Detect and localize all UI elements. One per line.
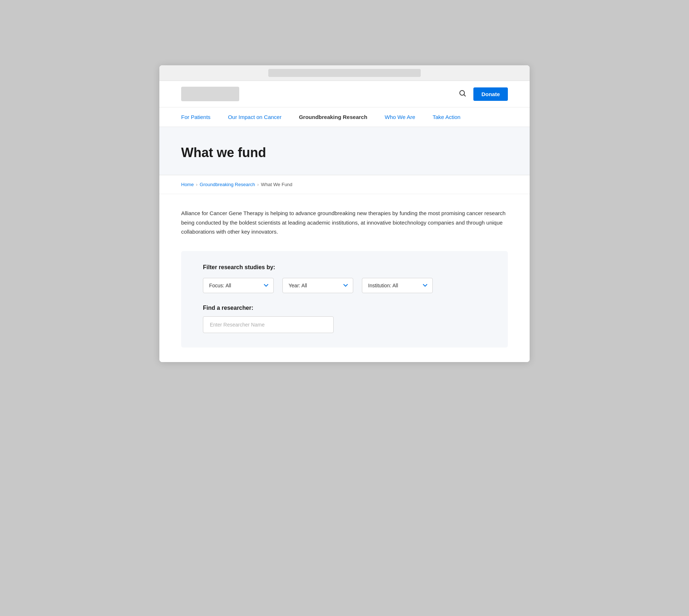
breadcrumb-section: Home › Groundbreaking Research › What We… (159, 175, 530, 194)
intro-paragraph: Alliance for Cancer Gene Therapy is help… (181, 209, 508, 237)
breadcrumb-current: What We Fund (261, 182, 292, 187)
nav-item-who-we-are[interactable]: Who We Are (385, 107, 415, 127)
search-icon (459, 90, 466, 97)
page-title: What we fund (181, 145, 508, 160)
main-navigation: For Patients Our Impact on Cancer Ground… (159, 107, 530, 127)
browser-toolbar (159, 65, 530, 81)
main-content: Alliance for Cancer Gene Therapy is help… (159, 194, 530, 362)
filter-dropdowns: Focus: All Year: All Institution: All (203, 278, 486, 293)
search-icon-button[interactable] (457, 88, 468, 100)
focus-filter-select[interactable]: Focus: All (203, 278, 274, 293)
browser-window: Donate For Patients Our Impact on Cancer… (159, 65, 530, 362)
year-filter-select[interactable]: Year: All (282, 278, 353, 293)
header-actions: Donate (457, 87, 508, 101)
address-bar (268, 69, 421, 77)
filter-section: Filter research studies by: Focus: All Y… (181, 251, 508, 348)
filter-title: Filter research studies by: (203, 264, 486, 271)
breadcrumb-home[interactable]: Home (181, 182, 194, 187)
nav-item-for-patients[interactable]: For Patients (181, 107, 211, 127)
breadcrumb-separator-2: › (257, 182, 259, 187)
breadcrumb: Home › Groundbreaking Research › What We… (181, 182, 508, 187)
breadcrumb-separator-1: › (196, 182, 197, 187)
site-header: Donate (159, 81, 530, 107)
nav-item-our-impact[interactable]: Our Impact on Cancer (228, 107, 282, 127)
institution-filter-select[interactable]: Institution: All (362, 278, 433, 293)
page-hero: What we fund (159, 127, 530, 175)
find-researcher-label: Find a researcher: (203, 305, 486, 311)
svg-line-1 (464, 95, 465, 96)
researcher-name-input[interactable] (203, 316, 334, 333)
nav-item-groundbreaking-research[interactable]: Groundbreaking Research (299, 107, 367, 127)
breadcrumb-section[interactable]: Groundbreaking Research (200, 182, 255, 187)
nav-item-take-action[interactable]: Take Action (433, 107, 461, 127)
site-logo (181, 87, 239, 101)
donate-button[interactable]: Donate (473, 87, 508, 101)
